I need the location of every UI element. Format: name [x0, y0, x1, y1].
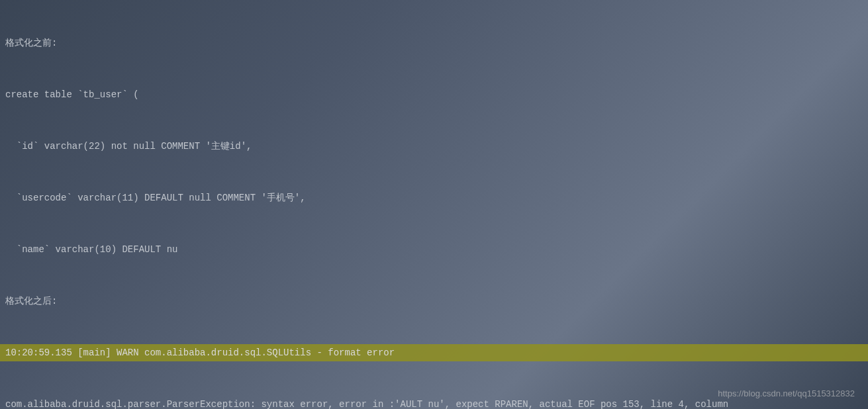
- warn-log-line: 10:20:59.135 [main] WARN com.alibaba.dru…: [0, 344, 868, 361]
- label-before-format: 格式化之前:: [0, 34, 868, 52]
- sql-line: `name` varchar(10) DEFAULT nu: [0, 241, 868, 258]
- watermark-text: https://blog.csdn.net/qq1515312832: [718, 385, 855, 402]
- console-output: 格式化之前: create table `tb_user` ( `id` var…: [0, 0, 868, 409]
- sql-line: `id` varchar(22) not null COMMENT '主键id'…: [0, 138, 868, 155]
- sql-line: `usercode` varchar(11) DEFAULT null COMM…: [0, 189, 868, 206]
- label-after-format: 格式化之后:: [0, 293, 868, 310]
- sql-line: create table `tb_user` (: [0, 86, 868, 103]
